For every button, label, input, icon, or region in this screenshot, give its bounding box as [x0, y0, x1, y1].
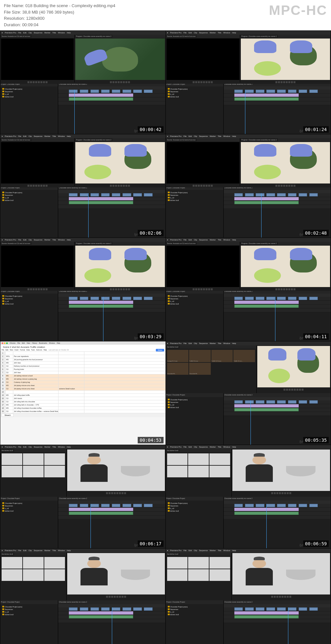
source-tab[interactable]: Source: Avocado cut CU end of cut.mov — [0, 35, 32, 38]
transport-button[interactable] — [116, 596, 118, 598]
transport-button[interactable] — [112, 288, 114, 290]
spreadsheet-row[interactable]: 6 CU Pouring butter — [0, 368, 166, 371]
media-clip[interactable]: Truffle CU 5.mov — [211, 350, 233, 362]
transport-button[interactable] — [120, 81, 122, 83]
menu-item[interactable]: Help — [67, 446, 71, 448]
media-clip[interactable] — [188, 466, 209, 477]
menu-item[interactable]: Help — [232, 239, 236, 241]
program-monitor[interactable] — [232, 552, 331, 600]
transport-button[interactable] — [206, 288, 208, 290]
transport-button[interactable] — [109, 492, 111, 494]
menu-item[interactable]: Clip — [194, 550, 197, 551]
transport-button[interactable] — [198, 288, 200, 290]
video-track[interactable] — [224, 193, 331, 197]
transport-button[interactable] — [203, 288, 205, 290]
timeline-tracks[interactable] — [224, 607, 331, 644]
media-clip[interactable]: Cutting CU 2.mov — [167, 350, 189, 362]
transport-button[interactable] — [120, 185, 122, 187]
transport-button[interactable] — [275, 81, 277, 83]
project-panel[interactable]: Project: Chocolate Project Chocolate Pro… — [166, 290, 224, 341]
program-monitor[interactable] — [67, 449, 166, 497]
cell[interactable] — [59, 361, 84, 364]
project-item[interactable]: Chocolate Project.prproj — [167, 398, 222, 401]
menu-item[interactable]: Title — [52, 239, 56, 241]
cell[interactable]: CU — [5, 410, 13, 413]
menu-item[interactable]: Window — [223, 342, 230, 344]
apple-icon[interactable]: ● — [167, 446, 168, 448]
program-tab[interactable]: Program: Chocolate scene assembly rev sc… — [240, 35, 278, 38]
cell[interactable]: MS — [5, 404, 13, 406]
program-tab[interactable]: Program: Chocolate scene assembly rev sc… — [75, 138, 112, 141]
cell[interactable]: MS — [5, 358, 13, 361]
cell[interactable]: MS — [5, 378, 13, 381]
media-grid[interactable] — [0, 556, 66, 582]
playhead[interactable] — [112, 607, 112, 644]
menu-item[interactable]: Edit — [23, 32, 27, 34]
cell[interactable] — [59, 381, 84, 384]
audio-track[interactable] — [224, 205, 331, 209]
menu-item[interactable]: Sequence — [199, 135, 208, 137]
transport-button[interactable] — [118, 81, 120, 83]
source-tab[interactable]: Source: Avocado cut CU end of cut.mov — [0, 242, 32, 245]
menu-item[interactable]: Window — [223, 550, 230, 551]
media-clip[interactable] — [209, 557, 230, 569]
transport-button[interactable] — [27, 81, 29, 83]
transport-button[interactable] — [206, 81, 208, 83]
menu-item[interactable]: Help — [232, 550, 236, 551]
transport-button[interactable] — [287, 492, 289, 494]
transport-button[interactable] — [195, 81, 197, 83]
cell[interactable]: Pan over ingredients — [13, 355, 59, 358]
source-monitor[interactable]: the kitchen broll — [0, 449, 67, 497]
menu-item[interactable]: Help — [67, 32, 71, 34]
media-clip[interactable]: Truffle CU rec... — [233, 350, 255, 362]
sheet-tabs[interactable]: Sheet1 — [0, 413, 166, 417]
transport-button[interactable] — [116, 492, 118, 494]
menu-item[interactable]: Clip — [28, 446, 32, 448]
source-tab[interactable]: Source: Avocado cut CU end of cut.mov — [166, 138, 197, 141]
cell[interactable]: CU — [5, 371, 13, 374]
playhead[interactable] — [275, 297, 275, 341]
playhead[interactable] — [88, 193, 89, 238]
video-thumbnail[interactable]: ● Premiere Pro FileEditClipSequenceMarke… — [0, 238, 166, 341]
playhead[interactable] — [103, 297, 103, 341]
menu-item[interactable]: Edit — [23, 239, 27, 241]
cell[interactable] — [13, 352, 59, 355]
menu-item[interactable]: Help — [232, 32, 236, 34]
audio-track[interactable] — [224, 201, 331, 205]
timeline-ruler[interactable] — [58, 86, 165, 90]
transport-button[interactable] — [289, 492, 291, 494]
program-preview[interactable] — [75, 142, 165, 183]
transport-button[interactable] — [276, 596, 278, 598]
cell[interactable] — [59, 365, 84, 368]
menu-item[interactable]: Help — [57, 342, 60, 344]
transport-controls[interactable] — [75, 81, 165, 84]
source-monitor[interactable]: Source: Avocado cut CU end of cut.mov — [166, 138, 240, 186]
transport-button[interactable] — [124, 492, 126, 494]
cell[interactable] — [59, 404, 84, 406]
audio-track[interactable] — [224, 619, 331, 623]
menu-item[interactable]: Window — [223, 135, 230, 137]
menu-item[interactable]: Help — [67, 239, 71, 241]
media-clip[interactable] — [23, 466, 44, 477]
transport-button[interactable] — [286, 288, 288, 290]
cell[interactable]: MS — [5, 374, 13, 377]
transport-button[interactable] — [40, 185, 42, 187]
menu-item[interactable]: File — [17, 342, 20, 344]
menu-item[interactable]: Edit — [188, 446, 192, 448]
media-clip[interactable] — [2, 466, 22, 477]
video-track[interactable] — [224, 90, 331, 94]
media-clip[interactable] — [23, 557, 44, 569]
transport-button[interactable] — [40, 288, 42, 290]
transport-button[interactable] — [111, 596, 113, 598]
menu-item[interactable]: Clip — [28, 550, 32, 551]
menu-item[interactable]: Help — [232, 135, 236, 137]
menu-item[interactable]: Title — [218, 446, 221, 448]
transport-button[interactable] — [200, 185, 202, 187]
spreadsheet-row[interactable]: 15 CU Jef's hands — [0, 397, 166, 400]
transport-controls[interactable] — [240, 81, 331, 84]
apple-icon[interactable]: ● — [2, 446, 3, 448]
project-item[interactable]: Chocolate Project.prproj — [167, 88, 222, 90]
video-track[interactable] — [224, 607, 331, 611]
apple-icon[interactable]: ● — [167, 239, 168, 241]
menu-item[interactable]: Clip — [194, 342, 197, 344]
